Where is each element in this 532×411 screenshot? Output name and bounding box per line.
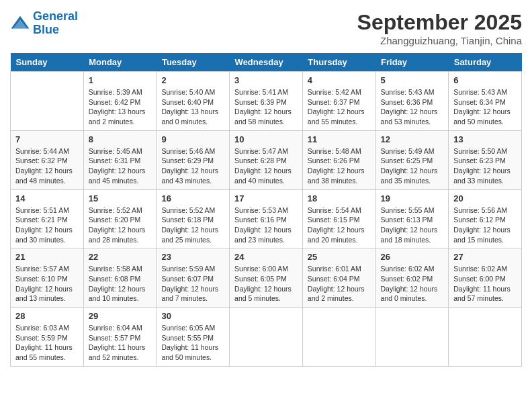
day-number: 28 — [15, 311, 79, 321]
day-info: Sunrise: 6:03 AMSunset: 5:59 PMDaylight:… — [15, 323, 79, 363]
day-cell: 3Sunrise: 5:41 AMSunset: 6:39 PMDaylight… — [230, 72, 303, 131]
day-info: Sunrise: 5:44 AMSunset: 6:32 PMDaylight:… — [15, 146, 79, 186]
day-header-wednesday: Wednesday — [230, 53, 303, 72]
day-cell: 6Sunrise: 5:43 AMSunset: 6:34 PMDaylight… — [449, 72, 522, 131]
day-info: Sunrise: 5:56 AMSunset: 6:12 PMDaylight:… — [453, 205, 517, 245]
day-number: 8 — [89, 134, 152, 144]
logo-icon — [10, 13, 30, 34]
week-row-4: 21Sunrise: 5:57 AMSunset: 6:10 PMDayligh… — [11, 248, 522, 308]
day-info: Sunrise: 5:42 AMSunset: 6:37 PMDaylight:… — [308, 87, 371, 127]
day-number: 13 — [453, 134, 517, 144]
day-info: Sunrise: 5:51 AMSunset: 6:21 PMDaylight:… — [15, 205, 79, 245]
day-number: 15 — [89, 193, 152, 203]
day-info: Sunrise: 5:49 AMSunset: 6:25 PMDaylight:… — [381, 146, 444, 186]
day-number: 24 — [234, 252, 298, 262]
day-cell: 28Sunrise: 6:03 AMSunset: 5:59 PMDayligh… — [11, 308, 84, 367]
week-row-3: 14Sunrise: 5:51 AMSunset: 6:21 PMDayligh… — [11, 189, 522, 248]
day-cell: 16Sunrise: 5:52 AMSunset: 6:18 PMDayligh… — [157, 189, 230, 248]
day-cell: 1Sunrise: 5:39 AMSunset: 6:42 PMDaylight… — [83, 72, 157, 131]
day-info: Sunrise: 5:43 AMSunset: 6:34 PMDaylight:… — [453, 87, 517, 127]
day-header-saturday: Saturday — [449, 53, 522, 72]
day-header-monday: Monday — [83, 53, 157, 72]
day-number: 4 — [308, 75, 371, 85]
day-info: Sunrise: 6:05 AMSunset: 5:55 PMDaylight:… — [161, 323, 224, 363]
day-header-sunday: Sunday — [11, 53, 84, 72]
day-info: Sunrise: 5:45 AMSunset: 6:31 PMDaylight:… — [89, 146, 152, 186]
day-cell: 2Sunrise: 5:40 AMSunset: 6:40 PMDaylight… — [157, 72, 230, 131]
day-cell: 25Sunrise: 6:01 AMSunset: 6:04 PMDayligh… — [302, 248, 375, 308]
day-number: 30 — [161, 311, 224, 321]
day-cell: 4Sunrise: 5:42 AMSunset: 6:37 PMDaylight… — [302, 72, 375, 131]
day-number: 9 — [161, 134, 224, 144]
day-cell — [230, 308, 303, 367]
day-info: Sunrise: 5:55 AMSunset: 6:13 PMDaylight:… — [381, 205, 444, 245]
day-number: 26 — [381, 252, 444, 262]
day-cell: 13Sunrise: 5:50 AMSunset: 6:23 PMDayligh… — [449, 130, 522, 189]
day-info: Sunrise: 5:52 AMSunset: 6:20 PMDaylight:… — [89, 205, 152, 245]
day-number: 3 — [234, 75, 298, 85]
day-info: Sunrise: 5:57 AMSunset: 6:10 PMDaylight:… — [15, 264, 79, 304]
day-cell — [449, 308, 522, 367]
day-cell: 11Sunrise: 5:48 AMSunset: 6:26 PMDayligh… — [302, 130, 375, 189]
day-number: 7 — [15, 134, 79, 144]
week-row-5: 28Sunrise: 6:03 AMSunset: 5:59 PMDayligh… — [11, 308, 522, 367]
day-cell: 9Sunrise: 5:46 AMSunset: 6:29 PMDaylight… — [157, 130, 230, 189]
week-row-1: 1Sunrise: 5:39 AMSunset: 6:42 PMDaylight… — [11, 72, 522, 131]
day-info: Sunrise: 6:00 AMSunset: 6:05 PMDaylight:… — [234, 264, 298, 304]
day-info: Sunrise: 5:47 AMSunset: 6:28 PMDaylight:… — [234, 146, 298, 186]
day-cell: 17Sunrise: 5:53 AMSunset: 6:16 PMDayligh… — [230, 189, 303, 248]
day-info: Sunrise: 5:46 AMSunset: 6:29 PMDaylight:… — [161, 146, 224, 186]
day-number: 11 — [308, 134, 371, 144]
day-number: 20 — [453, 193, 517, 203]
day-number: 16 — [161, 193, 224, 203]
day-cell: 8Sunrise: 5:45 AMSunset: 6:31 PMDaylight… — [83, 130, 157, 189]
day-info: Sunrise: 5:53 AMSunset: 6:16 PMDaylight:… — [234, 205, 298, 245]
location-subtitle: Zhangguizhuang, Tianjin, China — [357, 35, 522, 46]
day-header-tuesday: Tuesday — [157, 53, 230, 72]
day-number: 25 — [308, 252, 371, 262]
day-number: 10 — [234, 134, 298, 144]
day-cell: 30Sunrise: 6:05 AMSunset: 5:55 PMDayligh… — [157, 308, 230, 367]
day-number: 1 — [89, 75, 152, 85]
day-info: Sunrise: 6:02 AMSunset: 6:02 PMDaylight:… — [381, 264, 444, 304]
day-cell: 27Sunrise: 6:02 AMSunset: 6:00 PMDayligh… — [449, 248, 522, 308]
day-cell — [302, 308, 375, 367]
day-number: 14 — [15, 193, 79, 203]
day-info: Sunrise: 5:48 AMSunset: 6:26 PMDaylight:… — [308, 146, 371, 186]
day-info: Sunrise: 5:58 AMSunset: 6:08 PMDaylight:… — [89, 264, 152, 304]
day-info: Sunrise: 5:54 AMSunset: 6:15 PMDaylight:… — [308, 205, 371, 245]
day-number: 21 — [15, 252, 79, 262]
day-cell: 10Sunrise: 5:47 AMSunset: 6:28 PMDayligh… — [230, 130, 303, 189]
day-cell: 18Sunrise: 5:54 AMSunset: 6:15 PMDayligh… — [302, 189, 375, 248]
day-header-friday: Friday — [375, 53, 449, 72]
day-number: 27 — [453, 252, 517, 262]
day-cell: 7Sunrise: 5:44 AMSunset: 6:32 PMDaylight… — [11, 130, 84, 189]
day-cell: 5Sunrise: 5:43 AMSunset: 6:36 PMDaylight… — [375, 72, 449, 131]
day-info: Sunrise: 5:50 AMSunset: 6:23 PMDaylight:… — [453, 146, 517, 186]
day-info: Sunrise: 5:52 AMSunset: 6:18 PMDaylight:… — [161, 205, 224, 245]
day-cell: 20Sunrise: 5:56 AMSunset: 6:12 PMDayligh… — [449, 189, 522, 248]
day-number: 12 — [381, 134, 444, 144]
logo: General Blue — [10, 10, 78, 37]
day-number: 29 — [89, 311, 152, 321]
day-info: Sunrise: 5:41 AMSunset: 6:39 PMDaylight:… — [234, 87, 298, 127]
day-info: Sunrise: 5:40 AMSunset: 6:40 PMDaylight:… — [161, 87, 224, 127]
day-cell: 26Sunrise: 6:02 AMSunset: 6:02 PMDayligh… — [375, 248, 449, 308]
day-cell: 14Sunrise: 5:51 AMSunset: 6:21 PMDayligh… — [11, 189, 84, 248]
day-cell: 24Sunrise: 6:00 AMSunset: 6:05 PMDayligh… — [230, 248, 303, 308]
day-cell: 12Sunrise: 5:49 AMSunset: 6:25 PMDayligh… — [375, 130, 449, 189]
day-info: Sunrise: 6:01 AMSunset: 6:04 PMDaylight:… — [308, 264, 371, 304]
day-info: Sunrise: 6:04 AMSunset: 5:57 PMDaylight:… — [89, 323, 152, 363]
logo-text: General Blue — [33, 10, 78, 37]
day-cell: 21Sunrise: 5:57 AMSunset: 6:10 PMDayligh… — [11, 248, 84, 308]
day-cell — [375, 308, 449, 367]
day-number: 6 — [453, 75, 517, 85]
day-header-thursday: Thursday — [302, 53, 375, 72]
day-number: 19 — [381, 193, 444, 203]
day-number: 22 — [89, 252, 152, 262]
day-cell: 29Sunrise: 6:04 AMSunset: 5:57 PMDayligh… — [83, 308, 157, 367]
day-cell: 19Sunrise: 5:55 AMSunset: 6:13 PMDayligh… — [375, 189, 449, 248]
day-info: Sunrise: 5:59 AMSunset: 6:07 PMDaylight:… — [161, 264, 224, 304]
day-info: Sunrise: 5:43 AMSunset: 6:36 PMDaylight:… — [381, 87, 444, 127]
day-number: 2 — [161, 75, 224, 85]
